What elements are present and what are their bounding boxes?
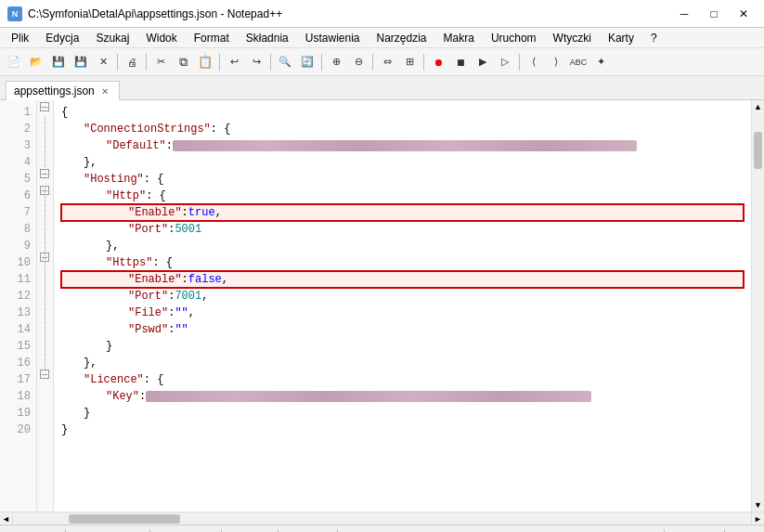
- toolbar-separator-6: [372, 54, 373, 71]
- code-area[interactable]: { "ConnectionStrings" : { "Default" : },: [54, 100, 751, 512]
- tb-redo[interactable]: ↪: [246, 52, 266, 72]
- code-line-11: "Enable" : false ,: [61, 271, 744, 288]
- status-bar: JSON file length : 836 lines : 20 Ln : 1…: [0, 525, 764, 532]
- code-line-2: "ConnectionStrings" : {: [61, 121, 744, 137]
- editor-container: 1 2 3 4 5 6 7 8 9 10 11 12 13 14 15 16 1…: [0, 100, 764, 512]
- scroll-thumb-horizontal[interactable]: [69, 514, 180, 524]
- toolbar-separator-7: [423, 54, 424, 71]
- tb-print[interactable]: 🖨: [122, 52, 142, 72]
- tab-appsettings[interactable]: appsettings.json ✕: [6, 81, 120, 100]
- toolbar-separator-8: [519, 54, 520, 71]
- tb-paste[interactable]: 📋: [195, 52, 215, 72]
- code-line-1: {: [61, 104, 744, 121]
- tb-copy[interactable]: ⧉: [173, 52, 193, 72]
- toolbar: 📄 📂 💾 💾 ✕ 🖨 ✂ ⧉ 📋 ↩ ↪ 🔍 🔄 ⊕ ⊖ ⇔ ⊞ ⏺ ⏹ ▶ …: [0, 48, 764, 76]
- menu-karty[interactable]: Karty: [601, 30, 641, 46]
- code-line-10: "Https" : {: [61, 254, 744, 271]
- app-icon: N: [7, 6, 22, 21]
- tb-save[interactable]: 💾: [48, 52, 69, 72]
- redacted-connectionstring: [173, 140, 637, 151]
- window-controls: ─ □ ✕: [671, 5, 757, 23]
- code-line-15: }: [61, 338, 744, 355]
- code-line-12: "Port" : 7001 ,: [61, 288, 744, 305]
- code-line-16: },: [61, 355, 744, 371]
- tab-filename: appsettings.json: [14, 84, 95, 97]
- tb-open[interactable]: 📂: [26, 52, 46, 72]
- tb-replace[interactable]: 🔄: [297, 52, 317, 72]
- menu-plik[interactable]: Plik: [4, 30, 36, 46]
- menu-widok[interactable]: Widok: [138, 30, 184, 46]
- menu-skladnia[interactable]: Składnia: [239, 30, 296, 46]
- code-line-9: },: [61, 238, 744, 254]
- redacted-key: [146, 391, 591, 402]
- close-button[interactable]: ✕: [731, 5, 757, 23]
- tb-sync-scroll[interactable]: ⇔: [377, 52, 397, 72]
- toolbar-separator-1: [117, 54, 118, 71]
- tb-zoom-in[interactable]: ⊕: [326, 52, 346, 72]
- menu-help[interactable]: ?: [643, 30, 665, 46]
- code-line-3: "Default" :: [61, 137, 744, 154]
- line-numbers: 1 2 3 4 5 6 7 8 9 10 11 12 13 14 15 16 1…: [0, 100, 37, 512]
- maximize-button[interactable]: □: [701, 5, 727, 23]
- code-line-7: "Enable" : true ,: [61, 204, 744, 221]
- tb-macro-play[interactable]: ▶: [473, 52, 493, 72]
- tab-bar: appsettings.json ✕: [0, 76, 764, 100]
- code-line-17: "Licence" : {: [61, 371, 744, 388]
- fold-area: ─ ─ ─ ─ ─: [37, 100, 54, 512]
- title-bar-left: N C:\Symfonia\DetalApi\appsettings.json …: [7, 6, 282, 21]
- tb-find[interactable]: 🔍: [275, 52, 295, 72]
- tb-new[interactable]: 📄: [4, 52, 24, 72]
- tb-extra4[interactable]: ✦: [590, 52, 611, 72]
- fold-marker-1[interactable]: ─: [40, 102, 49, 111]
- status-sep-7: [724, 529, 725, 533]
- menu-bar: Plik Edycja Szukaj Widok Format Składnia…: [0, 28, 764, 48]
- code-line-5: "Hosting" : {: [61, 171, 744, 188]
- tb-macro-run[interactable]: ▷: [495, 52, 515, 72]
- status-sep-3: [221, 529, 222, 533]
- tb-cut[interactable]: ✂: [150, 52, 171, 72]
- vertical-scrollbar[interactable]: ▲ ▼: [751, 100, 764, 512]
- minimize-button[interactable]: ─: [671, 5, 697, 23]
- status-sep-1: [65, 529, 66, 533]
- code-line-20: }: [61, 422, 744, 438]
- tb-macro-stop[interactable]: ⏹: [450, 52, 471, 72]
- menu-narzedzia[interactable]: Narzędzia: [369, 30, 434, 46]
- tb-split[interactable]: ⊞: [399, 52, 420, 72]
- code-line-6: "Http" : {: [61, 188, 744, 204]
- menu-makra[interactable]: Makra: [436, 30, 482, 46]
- tb-zoom-out[interactable]: ⊖: [348, 52, 369, 72]
- code-line-13: "File" : "" ,: [61, 305, 744, 321]
- tb-saveall[interactable]: 💾: [71, 52, 91, 72]
- status-sep-6: [664, 529, 665, 533]
- code-line-14: "Pswd" : "": [61, 321, 744, 338]
- fold-marker-5[interactable]: ─: [40, 169, 49, 178]
- fold-marker-17[interactable]: ─: [40, 370, 49, 379]
- menu-szukaj[interactable]: Szukaj: [88, 30, 136, 46]
- toolbar-separator-4: [270, 54, 271, 71]
- toolbar-separator-5: [321, 54, 322, 71]
- toolbar-separator-2: [146, 54, 147, 71]
- horizontal-scrollbar[interactable]: ◄ ►: [0, 512, 764, 525]
- tb-undo[interactable]: ↩: [224, 52, 244, 72]
- status-sep-2: [149, 529, 150, 533]
- code-line-8: "Port" : 5001: [61, 221, 744, 238]
- status-sep-5: [337, 529, 338, 533]
- menu-format[interactable]: Format: [187, 30, 237, 46]
- menu-ustawienia[interactable]: Ustawienia: [298, 30, 368, 46]
- code-line-18: "Key" :: [61, 388, 744, 405]
- tb-macro-rec[interactable]: ⏺: [428, 52, 448, 72]
- menu-edycja[interactable]: Edycja: [38, 30, 86, 46]
- scroll-thumb-vertical[interactable]: [754, 132, 762, 169]
- title-bar: N C:\Symfonia\DetalApi\appsettings.json …: [0, 0, 764, 28]
- tb-extra1[interactable]: ⟨: [524, 52, 544, 72]
- menu-uruchom[interactable]: Uruchom: [484, 30, 544, 46]
- code-line-4: },: [61, 154, 744, 171]
- code-line-19: }: [61, 405, 744, 422]
- menu-wtyczki[interactable]: Wtyczki: [546, 30, 599, 46]
- window-title: C:\Symfonia\DetalApi\appsettings.json - …: [28, 7, 282, 20]
- status-sep-4: [278, 529, 278, 533]
- tb-extra2[interactable]: ⟩: [546, 52, 566, 72]
- tab-close-button[interactable]: ✕: [98, 84, 111, 97]
- tb-close[interactable]: ✕: [93, 52, 113, 72]
- tb-extra3[interactable]: ABC: [568, 52, 589, 72]
